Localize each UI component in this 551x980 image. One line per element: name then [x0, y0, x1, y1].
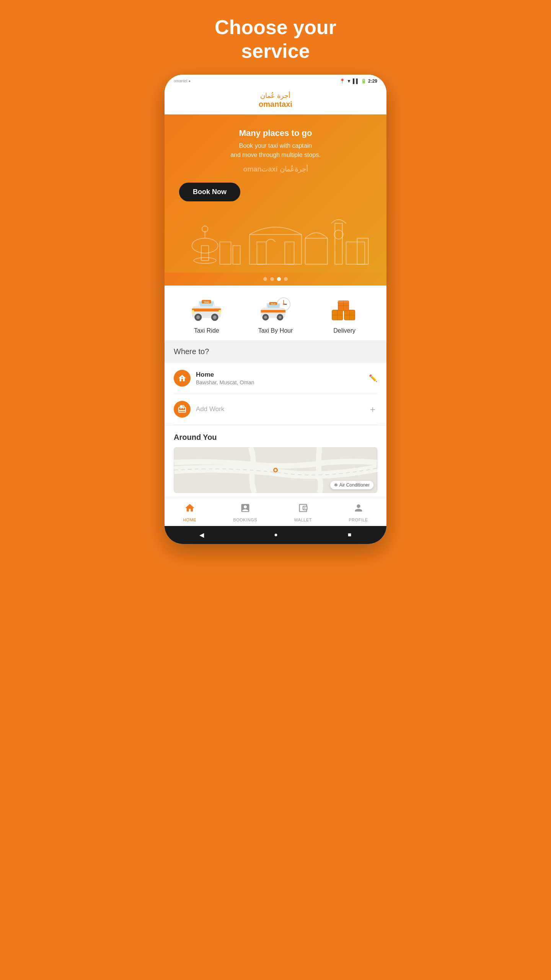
book-now-button[interactable]: Book Now [179, 183, 240, 201]
android-recents-button[interactable]: ■ [348, 531, 352, 538]
svg-rect-10 [305, 238, 328, 264]
carrier-logo: omantel ● [174, 79, 191, 83]
where-to-label: Where to? [174, 347, 209, 356]
svg-rect-24 [219, 310, 221, 314]
around-you-section: Around You ❄ [165, 425, 386, 497]
banner-watermark: omanتaxi أجرةعُمان [175, 165, 376, 173]
delivery-icon [327, 295, 362, 323]
svg-rect-7 [285, 242, 294, 264]
service-taxi-ride[interactable]: TAXI Taxi Ride [189, 295, 224, 334]
svg-rect-31 [261, 310, 285, 313]
banner-subtitle: Book your taxi with captain and move thr… [175, 141, 376, 160]
svg-text:TAXI: TAXI [271, 303, 276, 305]
services-section: TAXI Taxi Ride [165, 286, 386, 340]
nav-home-label: HOME [183, 518, 196, 522]
svg-point-37 [279, 316, 282, 319]
app-logo-arabic: أجرة عُمان [165, 91, 386, 100]
svg-rect-23 [192, 310, 194, 314]
service-delivery-label: Delivery [333, 327, 355, 334]
banner-dots [165, 273, 386, 286]
service-taxi-by-hour-label: Taxi By Hour [258, 327, 293, 334]
svg-point-55 [304, 507, 306, 509]
bookings-nav-icon [240, 503, 251, 516]
phone-frame: omantel ● 📍 ▼ ▌▌ 🔋 2:29 أجرة عُمان omant… [165, 75, 386, 544]
work-location-item[interactable]: Add Work ＋ [174, 394, 377, 425]
dot-3[interactable] [277, 277, 281, 281]
service-taxi-by-hour[interactable]: TAXI Taxi By Hour [258, 295, 293, 334]
svg-text:TAXI: TAXI [204, 301, 210, 304]
banner: Many places to go Book your taxi with ca… [165, 114, 386, 273]
home-location-address: Bawshar, Muscat, Oman [196, 379, 369, 385]
svg-rect-12 [233, 245, 240, 264]
taxi-by-hour-icon: TAXI [258, 295, 293, 323]
around-you-title: Around You [174, 433, 377, 442]
map-inner: ❄ Air Conditioner [174, 447, 377, 493]
svg-point-29 [283, 304, 285, 305]
where-to-section: Where to? [165, 340, 386, 363]
ac-badge: ❄ Air Conditioner [330, 481, 373, 489]
taxi-ride-icon: TAXI [189, 295, 224, 323]
location-section: Home Bawshar, Muscat, Oman ✏️ Add Work ＋ [165, 363, 386, 425]
home-nav-icon [184, 503, 195, 516]
work-add-icon[interactable]: ＋ [368, 403, 377, 415]
wallet-nav-icon [298, 503, 308, 516]
dot-2[interactable] [270, 277, 274, 281]
android-home-button[interactable]: ● [274, 531, 278, 538]
work-location-icon [174, 401, 191, 418]
android-nav-bar: ◀ ● ■ [165, 526, 386, 544]
nav-profile-label: PROFILE [349, 518, 368, 522]
home-location-text: Home Bawshar, Muscat, Oman [196, 371, 369, 385]
work-location-text: Add Work [196, 405, 368, 413]
wifi-icon: ▼ [347, 78, 351, 84]
svg-point-22 [213, 315, 217, 319]
home-location-icon [174, 370, 191, 387]
svg-point-9 [334, 230, 343, 239]
nav-wallet-label: WALLET [294, 518, 312, 522]
service-taxi-ride-label: Taxi Ride [194, 327, 219, 334]
work-location-name: Add Work [196, 405, 368, 413]
ac-icon: ❄ [334, 482, 338, 488]
app-header: أجرة عُمان omantaxi [165, 88, 386, 114]
location-icon: 📍 [339, 78, 345, 84]
signal-icon: ▌▌ [353, 78, 359, 84]
nav-home[interactable]: HOME [183, 503, 196, 522]
profile-nav-icon [353, 503, 364, 516]
home-location-name: Home [196, 371, 369, 379]
android-back-button[interactable]: ◀ [199, 531, 204, 539]
nav-wallet[interactable]: WALLET [294, 503, 312, 522]
service-delivery[interactable]: Delivery [327, 295, 362, 334]
banner-title: Many places to go [175, 128, 376, 138]
nav-bookings[interactable]: BOOKINGS [233, 503, 257, 522]
map-preview[interactable]: ❄ Air Conditioner [174, 447, 377, 493]
nav-bookings-label: BOOKINGS [233, 518, 257, 522]
svg-rect-8 [335, 223, 342, 264]
clock: 2:29 [368, 78, 377, 84]
home-edit-icon[interactable]: ✏️ [369, 374, 377, 382]
home-location-item[interactable]: Home Bawshar, Muscat, Oman ✏️ [174, 363, 377, 394]
nav-profile[interactable]: PROFILE [349, 503, 368, 522]
svg-point-51 [181, 377, 183, 378]
page-title: Choose your service [215, 15, 336, 63]
status-bar: omantel ● 📍 ▼ ▌▌ 🔋 2:29 [165, 75, 386, 88]
svg-rect-11 [220, 242, 231, 264]
battery-icon: 🔋 [361, 78, 367, 84]
svg-point-54 [274, 469, 277, 471]
svg-point-20 [196, 315, 200, 319]
svg-rect-6 [257, 242, 266, 264]
svg-point-35 [264, 316, 267, 319]
dot-4[interactable] [284, 277, 288, 281]
bottom-nav: HOME BOOKINGS WALLET [165, 497, 386, 526]
svg-rect-16 [192, 309, 221, 312]
banner-illustration [175, 211, 376, 273]
svg-rect-50 [338, 301, 349, 303]
svg-rect-13 [346, 242, 365, 264]
dot-1[interactable] [263, 277, 267, 281]
app-logo-latin: omantaxi [259, 100, 292, 108]
